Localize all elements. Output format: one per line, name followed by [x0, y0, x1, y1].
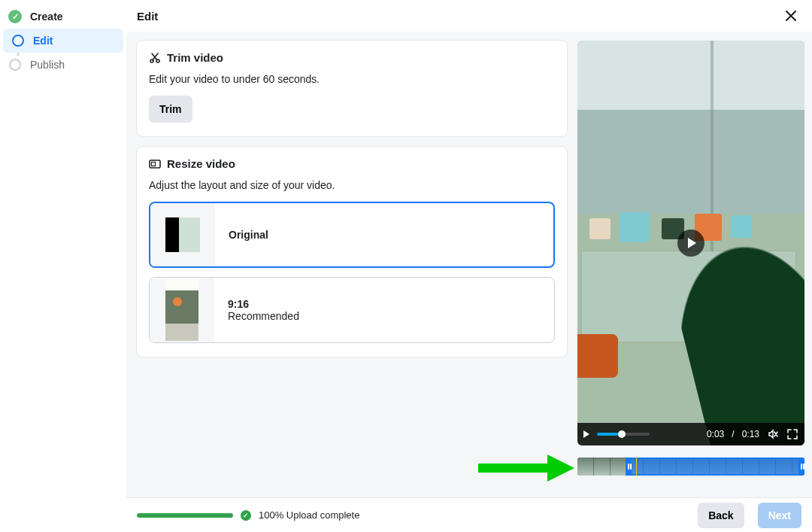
- svg-rect-1: [152, 162, 156, 166]
- control-play-icon[interactable]: [583, 430, 589, 438]
- close-button[interactable]: [779, 4, 803, 28]
- trim-title: Trim video: [167, 51, 223, 64]
- playhead[interactable]: [636, 458, 637, 476]
- check-icon: ✓: [8, 9, 23, 24]
- option-label: Original: [229, 229, 268, 241]
- next-button[interactable]: Next: [758, 503, 801, 528]
- option-label: 9:16: [228, 298, 299, 310]
- step-label: Create: [30, 11, 63, 23]
- timeline-strip[interactable]: [577, 458, 804, 476]
- scrubber[interactable]: [597, 433, 650, 436]
- thumb-916: [150, 278, 214, 342]
- footer: ✓ 100% Upload complete Back Next: [126, 497, 812, 532]
- resize-option-original[interactable]: Original: [149, 202, 555, 268]
- time-current: 0:03: [707, 429, 724, 439]
- trim-handle-left[interactable]: [626, 458, 632, 476]
- thumb-original: [150, 203, 215, 266]
- step-label: Edit: [33, 35, 53, 47]
- trim-icon: [149, 52, 161, 64]
- video-controls: 0:03 / 0:13: [577, 423, 804, 445]
- resize-card: Resize video Adjust the layout and size …: [137, 147, 567, 357]
- resize-icon: [149, 158, 161, 170]
- trim-card: Trim video Edit your video to under 60 s…: [137, 41, 567, 136]
- close-icon: [785, 10, 797, 22]
- mute-icon[interactable]: [767, 428, 779, 440]
- back-button[interactable]: Back: [698, 503, 744, 528]
- header: Edit: [126, 0, 812, 32]
- time-total: 0:13: [742, 429, 759, 439]
- resize-desc: Adjust the layout and size of your video…: [149, 179, 555, 191]
- steps-sidebar: ✓ Create Edit Publish: [0, 0, 126, 532]
- trim-handle-right[interactable]: [798, 458, 804, 476]
- time-sep: /: [732, 429, 734, 439]
- step-label: Publish: [30, 59, 65, 71]
- check-icon: ✓: [241, 510, 251, 521]
- trim-button[interactable]: Trim: [149, 96, 192, 123]
- resize-title: Resize video: [167, 157, 235, 170]
- step-create[interactable]: ✓ Create: [0, 5, 126, 29]
- fullscreen-icon[interactable]: [786, 428, 798, 440]
- timeline-selection: [626, 458, 804, 476]
- resize-option-916[interactable]: 9:16 Recommended: [149, 277, 555, 343]
- option-sublabel: Recommended: [228, 310, 299, 322]
- step-publish[interactable]: Publish: [0, 53, 126, 77]
- page-title: Edit: [137, 10, 158, 23]
- ring-icon: [8, 57, 23, 72]
- upload-status: 100% Upload complete: [259, 509, 359, 521]
- upload-progress-bar: [137, 513, 233, 518]
- step-edit[interactable]: Edit: [3, 29, 123, 53]
- ring-icon: [11, 33, 26, 48]
- video-preview[interactable]: 0:03 / 0:13: [577, 41, 804, 445]
- trim-desc: Edit your video to under 60 seconds.: [149, 73, 555, 85]
- play-icon[interactable]: [677, 230, 704, 257]
